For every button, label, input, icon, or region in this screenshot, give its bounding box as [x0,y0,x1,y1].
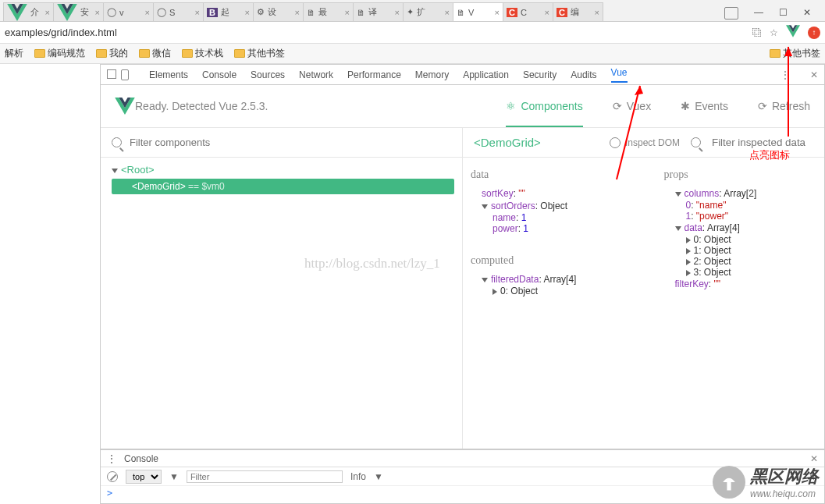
close-icon[interactable]: × [495,8,500,17]
close-button[interactable]: ✕ [803,7,811,20]
components-icon: ⚛ [506,100,516,112]
browser-tab[interactable]: 🗎译× [353,2,404,21]
drawer-close-icon[interactable]: ✕ [810,453,818,464]
tab-vue[interactable]: Vue [611,67,628,83]
vuetab-events[interactable]: ✱Events [681,100,728,112]
search-icon [691,137,701,147]
bookmark-item[interactable]: 其他书签 [234,47,285,60]
inspector-pane: <DemoGrid> Inspect DOM data sortKey: "" … [463,128,824,449]
close-icon[interactable]: × [395,8,400,17]
vue-devtools-icon[interactable] [786,25,800,40]
section-computed: computed [471,254,628,267]
minimize-button[interactable]: — [754,7,763,20]
folder-icon [139,49,150,58]
close-icon[interactable]: × [295,8,300,17]
browser-tab-active[interactable]: 🗎V× [453,2,503,21]
extension-icon[interactable]: ↑ [808,27,820,39]
component-tree-pane: <Root> <DemoGrid> == $vm0 [101,128,463,449]
refresh-icon: ⟳ [613,100,622,112]
tab-console[interactable]: Console [202,69,236,80]
close-icon[interactable]: × [345,8,350,17]
doc-icon: 🗎 [457,8,465,17]
tab-application[interactable]: Application [463,69,509,80]
bookmark-item[interactable]: 解析 [5,47,23,60]
close-icon[interactable]: × [45,8,50,17]
browser-tab[interactable]: ⚙设× [253,2,304,21]
bookmark-item[interactable]: 技术栈 [182,47,223,60]
url-input[interactable]: examples/grid/index.html [5,27,745,38]
browser-tab[interactable]: ◯S× [153,2,204,21]
tab-performance[interactable]: Performance [347,69,401,80]
status-text: Ready. Detected Vue 2.5.3. [135,100,268,112]
close-icon[interactable]: × [195,8,200,17]
doc-icon: 🗎 [307,8,315,17]
search-icon [112,137,122,147]
browser-tab[interactable]: 🗎最× [303,2,354,21]
browser-tab[interactable]: ✦扩× [403,2,453,21]
browser-tab[interactable]: 介× [3,2,54,21]
extension-icon: ✦ [407,7,414,17]
brand-icon [713,466,745,499]
close-icon[interactable]: × [145,8,150,17]
browser-tab[interactable]: C编× [553,2,603,21]
filter-inspected-input[interactable] [712,137,813,148]
user-icon[interactable] [724,7,738,20]
tree-root[interactable]: <Root> [112,164,454,176]
bookmark-item[interactable]: 微信 [139,47,171,60]
more-icon[interactable]: ⋮ [781,69,790,80]
close-icon[interactable]: × [245,8,250,17]
tab-memory[interactable]: Memory [415,69,449,80]
context-select[interactable]: top [126,470,162,484]
devtools-panel: Elements Console Sources Network Perform… [100,64,825,449]
maximize-button[interactable]: ☐ [779,7,788,20]
inspect-dom-button[interactable]: Inspect DOM [625,137,680,148]
close-icon[interactable]: × [545,8,549,17]
close-icon[interactable]: ✕ [810,69,818,80]
console-filter-input[interactable] [187,470,343,483]
close-icon[interactable]: × [595,8,599,17]
browser-tab[interactable]: CC× [503,2,553,21]
tree-selected[interactable]: <DemoGrid> == $vm0 [112,179,454,194]
site-brand: 黑区网络www.heiqu.com [713,465,819,499]
device-icon[interactable] [121,69,129,80]
browser-tab[interactable]: B起× [203,2,254,21]
folder-icon [234,49,245,58]
filter-components-input[interactable] [130,137,451,148]
doc-icon: 🗎 [357,8,365,17]
bookmark-other[interactable]: 其他书签 [770,47,820,60]
close-icon[interactable]: × [445,8,450,17]
vuetab-vuex[interactable]: ⟳Vuex [613,100,651,112]
translate-icon[interactable]: ⿻ [752,27,762,38]
close-icon[interactable]: × [95,8,100,17]
devtools-tabs: Elements Console Sources Network Perform… [101,65,824,85]
tab-audits[interactable]: Audits [571,69,596,80]
clear-icon[interactable] [107,471,118,482]
window-controls: — ☐ ✕ [713,5,822,21]
vue-header: Ready. Detected Vue 2.5.3. ⚛Components ⟳… [101,85,824,128]
browser-tabstrip: 介× 安× ◯v× ◯S× B起× ⚙设× 🗎最× 🗎译× ✦扩× 🗎V× CC… [0,0,825,22]
folder-icon [96,49,107,58]
browser-tab[interactable]: 安× [53,2,104,21]
tab-security[interactable]: Security [523,69,557,80]
tab-elements[interactable]: Elements [149,69,188,80]
bookmark-item[interactable]: 编码规范 [34,47,85,60]
eye-icon[interactable] [610,137,621,148]
vue-logo-icon [115,98,135,115]
bookmark-star-icon[interactable]: ☆ [770,27,778,38]
section-props: props [664,169,822,181]
vuetab-refresh[interactable]: ⟳Refresh [758,100,810,112]
vuetab-components[interactable]: ⚛Components [506,100,582,126]
level-select[interactable]: Info [350,471,366,482]
folder-icon [34,49,45,58]
folder-icon [770,49,781,58]
watermark: http://blog.csdn.net/lzy_1 [304,256,440,272]
bookmark-item[interactable]: 我的 [96,47,128,60]
drawer-more-icon[interactable]: ⋮ [107,453,116,464]
browser-tab[interactable]: ◯v× [103,2,154,21]
annotation-label: 点亮图标 [749,148,790,162]
drawer-tab-console[interactable]: Console [124,453,158,464]
inspect-icon[interactable] [107,69,116,79]
tab-sources[interactable]: Sources [251,69,285,80]
address-bar: examples/grid/index.html ⿻ ☆ ↑ [0,22,825,44]
tab-network[interactable]: Network [299,69,333,80]
